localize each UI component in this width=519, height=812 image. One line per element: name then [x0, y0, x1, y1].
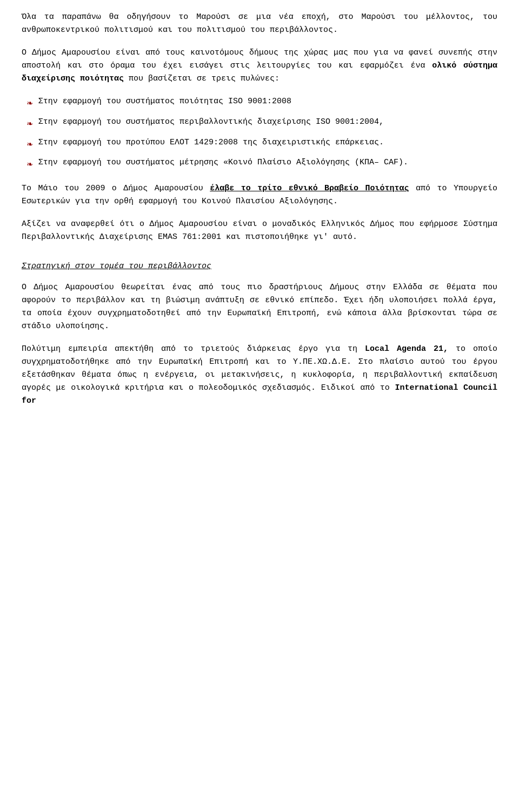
bullet-item-2: ❧ Στην εφαρμογή του συστήματος περιβαλλο…	[27, 116, 497, 132]
paragraph-3-bold: έλαβε το τρίτο εθνικό Βραβείο Ποιότητας	[210, 184, 409, 193]
paragraph-4-text: Αξίζει να αναφερθεί ότι ο Δήμος Αμαρουσί…	[22, 219, 497, 242]
paragraph-3: Το Μάιο του 2009 ο Δήμος Αμαρουσίου έλαβ…	[22, 182, 497, 208]
paragraph-6: Πολύτιμη εμπειρία απεκτήθη από το τριετο…	[22, 343, 497, 408]
bullet-item-1: ❧ Στην εφαρμογή του συστήματος ποιότητας…	[27, 95, 497, 111]
paragraph-4: Αξίζει να αναφερθεί ότι ο Δήμος Αμαρουσί…	[22, 218, 497, 244]
section-title-environment: Στρατηγική στον τομέα του περιβάλλοντος	[22, 260, 497, 273]
main-content: Όλα τα παραπάνω θα οδηγήσουν το Μαρούσι …	[22, 11, 497, 408]
paragraph-6-bold: Local Agenda 21,	[365, 344, 448, 354]
paragraph-1: Όλα τα παραπάνω θα οδηγήσουν το Μαρούσι …	[22, 11, 497, 37]
bullet-text-1: Στην εφαρμογή του συστήματος ποιότητας I…	[38, 95, 497, 108]
paragraph-5: Ο Δήμος Αμαρουσίου θεωρείται ένας από το…	[22, 281, 497, 333]
paragraph-2: Ο Δήμος Αμαρουσίου είναι από τους καινοτ…	[22, 46, 497, 85]
bullet-text-3: Στην εφαρμογή του προτύπου ΕΛΟΤ 1429:200…	[38, 136, 497, 149]
bullet-text-2: Στην εφαρμογή του συστήματος περιβαλλοντ…	[38, 116, 497, 129]
bullet-list: ❧ Στην εφαρμογή του συστήματος ποιότητας…	[22, 95, 497, 172]
paragraph-3-part1: Το Μάιο του 2009 ο Δήμος Αμαρουσίου	[22, 184, 210, 193]
bullet-arrow-3: ❧	[27, 137, 33, 152]
bullet-item-4: ❧ Στην εφαρμογή του συστήματος μέτρησης …	[27, 156, 497, 172]
bullet-item-3: ❧ Στην εφαρμογή του προτύπου ΕΛΟΤ 1429:2…	[27, 136, 497, 152]
paragraph-1-text: Όλα τα παραπάνω θα οδηγήσουν το Μαρούσι …	[22, 12, 497, 35]
bullet-arrow-2: ❧	[27, 116, 33, 132]
paragraph-6-part1: Πολύτιμη εμπειρία απεκτήθη από το τριετο…	[22, 344, 365, 354]
paragraph-2-part1: Ο Δήμος Αμαρουσίου είναι από τους καινοτ…	[22, 48, 497, 70]
paragraph-2-part2: που βασίζεται σε τρεις πυλώνες:	[124, 74, 280, 83]
bullet-arrow-4: ❧	[27, 157, 33, 172]
paragraph-5-text: Ο Δήμος Αμαρουσίου θεωρείται ένας από το…	[22, 283, 497, 331]
bullet-arrow-1: ❧	[27, 96, 33, 111]
bullet-text-4: Στην εφαρμογή του συστήματος μέτρησης «Κ…	[38, 156, 497, 169]
